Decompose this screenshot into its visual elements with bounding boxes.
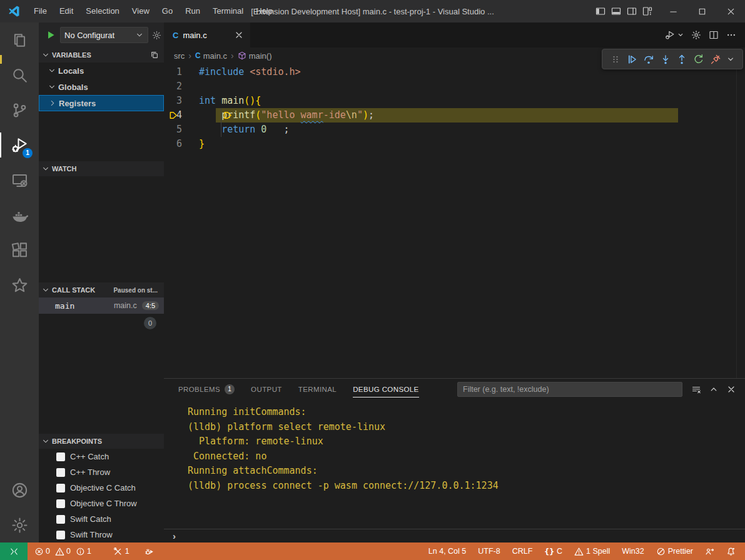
code-area: 1#include <stdio.h>23int main(){4 printf… xyxy=(164,64,745,151)
activity-item-accounts[interactable] xyxy=(0,472,39,508)
breadcrumb-item-main[interactable]: main() xyxy=(238,51,272,61)
breakpoint-checkbox[interactable] xyxy=(56,515,65,524)
menu-terminal[interactable]: Terminal xyxy=(206,0,250,22)
debug-session-status[interactable] xyxy=(141,547,157,556)
ellipsis-icon[interactable] xyxy=(726,30,736,40)
menu-run[interactable]: Run xyxy=(179,0,206,22)
menu-selection[interactable]: Selection xyxy=(79,0,125,22)
console-prompt-chevron: › xyxy=(173,531,176,541)
chevron-down-icon xyxy=(41,164,50,173)
debug-config-dropdown[interactable]: No Configurat xyxy=(60,27,148,43)
status-item-label: Prettier xyxy=(668,547,693,556)
watch-section-header[interactable]: WATCH xyxy=(39,161,164,176)
code-line-4[interactable]: 4 printf("hello wamr-ide\n"); xyxy=(164,108,745,122)
activity-item-docker[interactable] xyxy=(0,198,39,232)
breadcrumb-item-src[interactable]: src xyxy=(174,51,185,61)
start-debug-button[interactable] xyxy=(45,29,56,41)
activity-item-run-and-debug[interactable]: 1 xyxy=(0,128,39,162)
layout-custom-icon[interactable] xyxy=(642,6,652,16)
code-line-5[interactable]: 5 return 0; xyxy=(164,122,745,137)
chevron-down-sm-icon[interactable] xyxy=(677,32,684,38)
close-window-button[interactable] xyxy=(716,0,745,22)
close-tab-icon[interactable] xyxy=(234,30,244,40)
activity-item-search[interactable] xyxy=(0,58,39,92)
remote-indicator[interactable] xyxy=(0,542,28,560)
status-item-crlf[interactable]: CRLF xyxy=(509,547,536,556)
status-item-prettier[interactable]: Prettier xyxy=(653,547,696,556)
status-item-feedback[interactable] xyxy=(702,547,717,556)
activity-item-extensions[interactable] xyxy=(0,232,39,268)
panel-tab-terminal[interactable]: TERMINAL xyxy=(298,379,337,400)
status-item-ln-4-col-5[interactable]: Ln 4, Col 5 xyxy=(425,547,469,556)
status-item-1-spell[interactable]: 1 Spell xyxy=(571,547,613,556)
breakpoint-checkbox[interactable] xyxy=(56,531,65,539)
activity-item-source-control[interactable] xyxy=(0,92,39,128)
breakpoint-checkbox[interactable] xyxy=(56,468,65,477)
split-editor-icon[interactable] xyxy=(709,30,719,40)
code-line-3[interactable]: 3int main(){ xyxy=(164,94,745,108)
gear-icon[interactable] xyxy=(691,30,701,40)
restart-icon[interactable] xyxy=(693,54,704,65)
activity-item-remote-explorer[interactable] xyxy=(0,162,39,198)
debug-console-input[interactable]: › xyxy=(164,529,745,542)
breakpoint-item[interactable]: Objective C Catch xyxy=(39,480,164,496)
breakpoints-section-header[interactable]: BREAKPOINTS xyxy=(39,434,164,449)
activity-item-explorer[interactable] xyxy=(0,22,39,58)
breakpoint-item[interactable]: Swift Catch xyxy=(39,511,164,527)
layout-sidebar-icon[interactable] xyxy=(595,6,606,16)
step-out-icon[interactable] xyxy=(676,54,687,65)
minimize-window-button[interactable] xyxy=(659,0,687,22)
variables-item-registers[interactable]: Registers xyxy=(39,95,164,111)
menu-file[interactable]: File xyxy=(28,0,53,22)
breakpoint-item[interactable]: Swift Throw xyxy=(39,527,164,542)
run-debug-icon[interactable] xyxy=(665,30,675,40)
breakpoint-item[interactable]: Objective C Throw xyxy=(39,496,164,511)
configure-gear-icon[interactable] xyxy=(152,31,161,40)
layout-panel-icon[interactable] xyxy=(611,6,621,16)
copy-icon[interactable] xyxy=(150,51,159,59)
panel-tab-output[interactable]: OUTPUT xyxy=(251,379,282,400)
tab-main-c[interactable]: C main.c xyxy=(164,22,250,48)
code-line-6[interactable]: 6} xyxy=(164,137,745,151)
code-line-2[interactable]: 2 xyxy=(164,79,745,94)
continue-icon[interactable] xyxy=(626,54,637,65)
menu-edit[interactable]: Edit xyxy=(53,0,79,22)
breakpoint-item[interactable]: C++ Throw xyxy=(39,464,164,480)
variables-section-header[interactable]: VARIABLES xyxy=(39,48,164,62)
maximize-window-button[interactable] xyxy=(687,0,716,22)
console-filter-input[interactable] xyxy=(457,382,682,397)
breakpoint-label: Objective C Throw xyxy=(70,499,137,508)
activity-item-settings[interactable] xyxy=(0,508,39,542)
panel-tab-debug-console[interactable]: DEBUG CONSOLE xyxy=(353,379,419,400)
variables-item-locals[interactable]: Locals xyxy=(39,62,164,79)
breakpoint-checkbox[interactable] xyxy=(56,499,65,508)
panel-tab-problems[interactable]: PROBLEMS1 xyxy=(178,379,235,400)
activity-item-wamr-ide[interactable] xyxy=(0,268,39,302)
step-into-icon[interactable] xyxy=(660,54,671,65)
debug-toolbar xyxy=(602,49,743,69)
status-item-win32[interactable]: Win32 xyxy=(619,547,647,556)
stop-dropdown-chevron-icon[interactable] xyxy=(727,56,734,63)
breadcrumb-item-mainc[interactable]: Cmain.c xyxy=(195,51,227,61)
disconnect-icon[interactable] xyxy=(710,54,721,65)
clear-console-icon[interactable] xyxy=(691,384,701,394)
breakpoint-checkbox[interactable] xyxy=(56,452,65,461)
step-over-icon[interactable] xyxy=(643,54,654,65)
call-stack-section-header[interactable]: CALL STACK Paused on st... xyxy=(39,282,164,298)
tools-status[interactable]: 1 xyxy=(110,547,133,556)
layout-sidebar-right-icon[interactable] xyxy=(627,6,637,16)
editor-scrollbar[interactable] xyxy=(736,64,745,378)
maximize-panel-icon[interactable] xyxy=(709,384,719,394)
variables-item-globals[interactable]: Globals xyxy=(39,79,164,95)
menu-go[interactable]: Go xyxy=(156,0,179,22)
status-item-utf-8[interactable]: UTF-8 xyxy=(475,547,503,556)
status-item-bell[interactable] xyxy=(723,547,739,556)
problems-status[interactable]: 0 0 1 xyxy=(31,547,98,556)
breakpoint-checkbox[interactable] xyxy=(56,484,65,492)
call-stack-title: CALL STACK xyxy=(52,286,95,294)
status-item-c[interactable]: {}C xyxy=(541,547,565,556)
call-stack-frame-row[interactable]: main main.c 4:5 xyxy=(39,298,164,314)
breakpoint-item[interactable]: C++ Catch xyxy=(39,449,164,464)
close-panel-icon[interactable] xyxy=(726,384,736,394)
menu-view[interactable]: View xyxy=(126,0,156,22)
